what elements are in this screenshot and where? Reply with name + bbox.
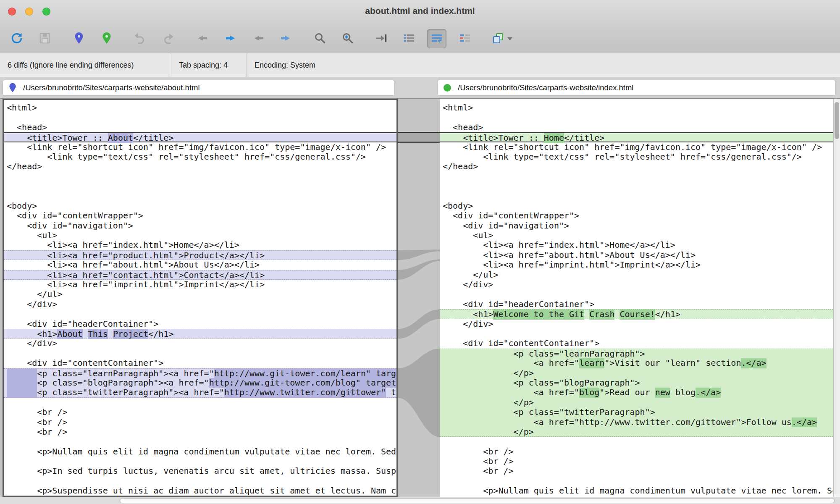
code-line: <br /> (4, 417, 396, 427)
code-line: <div id="contentContainer"> (440, 339, 833, 348)
inline-changes-button[interactable] (455, 29, 475, 48)
code-line: <h1>Welcome to the Git Crash Course!</h1… (440, 309, 833, 319)
arrow-left-icon (196, 32, 209, 46)
code-line: <li><a href="contact.html">Contact</a></… (4, 270, 396, 280)
code-line: <head> (4, 123, 396, 132)
code-line: </div> (4, 299, 396, 309)
save-button[interactable] (35, 29, 55, 48)
code-line (4, 476, 396, 486)
line-numbers-icon (402, 32, 416, 46)
code-line: <html> (4, 103, 396, 113)
code-line: <p class="blogParagraph"><a href="http:/… (4, 378, 396, 388)
code-line: <br /> (4, 427, 396, 437)
diff-count-label: 6 diffs (Ignore line ending differences) (0, 53, 171, 77)
code-line: <link type="text/css" rel="stylesheet" h… (4, 152, 396, 162)
code-line: <p class="twitterParagraph"><a href="htt… (4, 388, 396, 397)
vertical-scrollbar[interactable] (833, 99, 840, 497)
next-diff-button[interactable] (221, 29, 240, 48)
word-wrap-button[interactable] (427, 29, 446, 48)
tab-spacing-label: Tab spacing: 4 (171, 53, 247, 77)
encoding-label: Encoding: System (247, 53, 323, 77)
find-next-button[interactable] (338, 29, 357, 48)
code-line: </p> (440, 368, 833, 378)
code-line: </p> (440, 398, 833, 407)
code-line: <ul> (440, 231, 833, 240)
file-path-bar: /Users/brunobrito/Sites/carparts-website… (0, 77, 840, 99)
right-file-path-field[interactable]: /Users/brunobrito/Sites/carparts-website… (437, 80, 836, 96)
code-pane-left[interactable]: <html> <head> <title>Tower :: About</tit… (3, 99, 398, 497)
code-line (4, 437, 396, 446)
code-line (440, 113, 833, 122)
code-line: <div id="contentWrapper"> (4, 211, 396, 220)
diff-connectors (398, 99, 440, 497)
line-numbers-button[interactable] (399, 29, 419, 48)
code-line: <li><a href="index.html">Home</a></li> (4, 240, 396, 250)
left-file-path-field[interactable]: /Users/brunobrito/Sites/carparts-website… (3, 80, 395, 96)
code-line: <ul> (4, 231, 396, 240)
titlebar: about.html and index.html (0, 0, 840, 24)
code-line (440, 289, 833, 299)
diff-area: <html> <head> <title>Tower :: About</tit… (0, 99, 840, 497)
code-line: <br /> (4, 407, 396, 417)
diff-gutter (398, 99, 440, 497)
code-line: <p>In sed turpis luctus, venenatis arcu … (4, 466, 396, 476)
code-line: <li><a href="about.html">About Us</a></l… (440, 250, 833, 260)
code-line: <br /> (440, 457, 833, 466)
code-line: <p>Suspendisse ut nisi ac diam auctor al… (4, 486, 396, 496)
code-line (440, 192, 833, 201)
code-line (440, 329, 833, 339)
code-line (4, 181, 396, 191)
horizontal-scrollbar-handle[interactable] (120, 498, 835, 503)
right-file-path: /Users/brunobrito/Sites/carparts-website… (458, 83, 633, 92)
code-line: <br /> (440, 447, 833, 457)
inline-changes-icon (458, 32, 472, 46)
previous-change-button[interactable] (249, 29, 268, 48)
redo-button[interactable] (159, 29, 178, 48)
search-plus-icon (341, 32, 354, 46)
dropdown-chevron-icon (507, 37, 512, 40)
code-line: <div id="headerContainer"> (4, 319, 396, 329)
horizontal-scrollbar[interactable] (0, 497, 840, 504)
code-line: <div id="contentContainer"> (4, 358, 396, 368)
goto-line-button[interactable] (372, 29, 391, 48)
search-icon (313, 32, 327, 46)
code-line: </head> (440, 162, 833, 171)
refresh-button[interactable] (7, 29, 26, 48)
code-line: <li><a href="imprint.html">Imprint</a></… (4, 280, 396, 289)
code-line: </p> (440, 427, 833, 437)
code-line: </ul> (4, 289, 396, 299)
sync-icon (10, 32, 24, 46)
code-line: <p>Nullam quis elit id magna condimentum… (4, 447, 396, 457)
undo-button[interactable] (130, 29, 149, 48)
code-line: </div> (440, 319, 833, 329)
code-line: <br /> (440, 466, 833, 476)
choose-left-icon (72, 32, 86, 46)
code-line: <body> (440, 201, 833, 211)
vertical-scrollbar-handle[interactable] (835, 102, 839, 139)
code-line: <h1>About This Project</h1> (4, 329, 396, 339)
code-line: <li><a href="index.html">Home</a></li> (440, 240, 833, 250)
choose-left-button[interactable] (69, 29, 89, 48)
code-line: <div id="headerContainer"> (440, 299, 833, 309)
arrow-right-icon (279, 32, 292, 46)
code-line (4, 309, 396, 319)
previous-diff-button[interactable] (193, 29, 212, 48)
copy-merge-button[interactable] (487, 29, 517, 48)
code-line: </div> (4, 339, 396, 348)
code-line (4, 172, 396, 181)
choose-right-icon (100, 32, 113, 46)
next-change-button[interactable] (276, 29, 295, 48)
goto-line-icon (375, 32, 388, 46)
code-line (4, 349, 396, 358)
choose-right-button[interactable] (97, 29, 116, 48)
code-line: <a href="learn">Visit our "learn" sectio… (440, 358, 833, 368)
code-line: <p class="twitterParagraph"> (440, 407, 833, 417)
find-button[interactable] (310, 29, 330, 48)
code-pane-right[interactable]: <html> <head> <title>Tower :: Home</titl… (440, 99, 833, 497)
code-line: <a href="blog">Read our new blog.</a> (440, 388, 833, 397)
code-line (4, 192, 396, 201)
save-icon (39, 32, 51, 46)
code-line: <div id="navigation"> (440, 221, 833, 231)
code-line: <li><a href="product.html">Product</a></… (4, 250, 396, 260)
code-line: </div> (440, 280, 833, 289)
